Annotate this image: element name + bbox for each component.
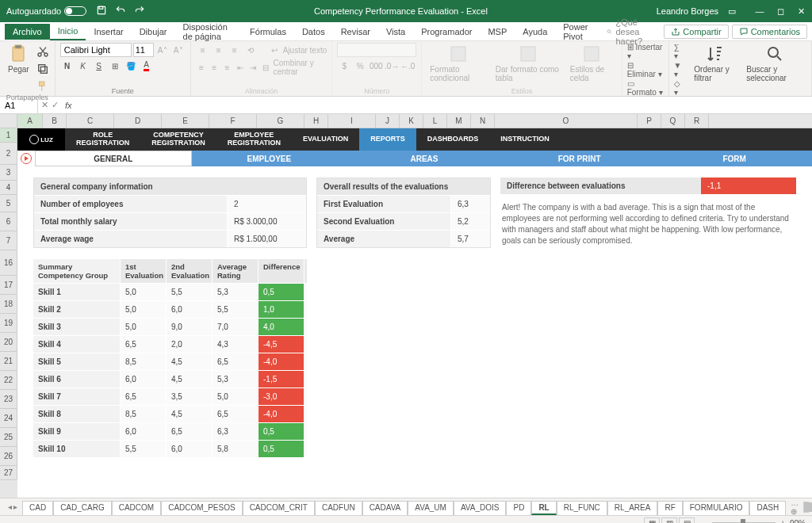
- row-header[interactable]: 18: [0, 295, 17, 314]
- zoom-out-button[interactable]: −: [703, 519, 707, 523]
- decrease-font-icon[interactable]: A˅: [171, 43, 186, 57]
- row-header[interactable]: 25: [0, 428, 17, 447]
- font-name-select[interactable]: [60, 43, 132, 57]
- column-header[interactable]: R: [685, 114, 709, 128]
- tab-view[interactable]: Vista: [378, 24, 413, 40]
- column-header[interactable]: Q: [661, 114, 685, 128]
- sort-filter-button[interactable]: Ordenar y filtrar: [691, 43, 740, 84]
- name-box[interactable]: A1: [0, 97, 38, 113]
- sheet-tab[interactable]: RF: [657, 501, 682, 515]
- tab-powerpivot[interactable]: Power Pivot: [555, 19, 599, 44]
- tab-developer[interactable]: Programador: [413, 24, 480, 40]
- dash-nav-tab[interactable]: REPORTS: [359, 128, 416, 151]
- column-header[interactable]: K: [400, 114, 423, 128]
- dash-nav-tab[interactable]: DASHBOARDS: [416, 128, 490, 151]
- merge-icon[interactable]: ⊟: [260, 60, 271, 74]
- row-header[interactable]: 21: [0, 352, 17, 371]
- dash-nav-tab[interactable]: ROLEREGISTRATION: [65, 128, 140, 151]
- dash-nav-tab[interactable]: EVALUATION: [292, 128, 359, 151]
- sheet-tab[interactable]: DASH: [749, 501, 786, 515]
- tab-insert[interactable]: Insertar: [86, 24, 131, 40]
- comma-icon[interactable]: 000: [369, 59, 383, 73]
- page-break-view-icon[interactable]: ▤: [679, 517, 695, 524]
- scroll-tabs-left-icon[interactable]: ◂: [8, 502, 12, 511]
- comments-button[interactable]: Comentarios: [732, 25, 807, 39]
- sheet-tab[interactable]: CAD: [22, 501, 53, 515]
- worksheet-area[interactable]: LUZ ROLEREGISTRATIONCOMPETENCYREGISTRATI…: [17, 128, 812, 498]
- sheet-tab[interactable]: RL: [531, 501, 556, 515]
- row-header[interactable]: 22: [0, 371, 17, 390]
- formula-input[interactable]: [75, 97, 812, 113]
- wrap-text-icon[interactable]: ↩: [267, 43, 282, 57]
- play-button[interactable]: [17, 151, 35, 166]
- share-button[interactable]: Compartir: [664, 25, 728, 39]
- column-header[interactable]: I: [328, 114, 376, 128]
- sheet-tab[interactable]: CADCOM: [112, 501, 161, 515]
- save-icon[interactable]: [96, 5, 107, 17]
- align-top-icon[interactable]: ≡: [196, 43, 210, 57]
- undo-icon[interactable]: [115, 5, 126, 17]
- redo-icon[interactable]: [134, 5, 145, 17]
- percent-icon[interactable]: %: [353, 59, 367, 73]
- fx-icon[interactable]: fx: [62, 101, 75, 110]
- zoom-level[interactable]: 90%: [790, 519, 806, 523]
- enter-formula-icon[interactable]: ✓: [52, 100, 59, 110]
- sheet-tab[interactable]: PD: [506, 501, 531, 515]
- row-header[interactable]: 24: [0, 409, 17, 428]
- sheet-tab[interactable]: RL_AREA: [607, 501, 658, 515]
- maximize-button[interactable]: ◻: [776, 6, 785, 17]
- sheet-tab[interactable]: CADFUN: [315, 501, 362, 515]
- indent-decrease-icon[interactable]: ⇤: [235, 60, 246, 74]
- row-header[interactable]: 16: [0, 250, 17, 276]
- minimize-button[interactable]: —: [755, 6, 764, 17]
- dash-subnav-tab[interactable]: AREAS: [347, 151, 502, 166]
- scroll-tabs-right-icon[interactable]: ▸: [13, 502, 17, 511]
- align-right-icon[interactable]: ≡: [221, 60, 232, 74]
- sheet-tab[interactable]: CADAVA: [362, 501, 408, 515]
- column-header[interactable]: C: [67, 114, 114, 128]
- format-as-table-button[interactable]: Dar formato como tabla: [492, 43, 564, 84]
- currency-icon[interactable]: $: [337, 59, 351, 73]
- column-header[interactable]: J: [376, 114, 400, 128]
- row-header[interactable]: 23: [0, 390, 17, 409]
- row-header[interactable]: 7: [0, 231, 17, 250]
- tab-msp[interactable]: MSP: [480, 24, 515, 40]
- find-select-button[interactable]: Buscar y seleccionar: [743, 43, 806, 84]
- sheet-tab[interactable]: FORMULARIO: [683, 501, 750, 515]
- cut-icon[interactable]: [36, 44, 50, 59]
- row-header[interactable]: 4: [0, 181, 17, 195]
- underline-icon[interactable]: S: [92, 59, 106, 73]
- column-header[interactable]: E: [162, 114, 209, 128]
- format-painter-icon[interactable]: [36, 79, 50, 94]
- tab-help[interactable]: Ayuda: [515, 24, 555, 40]
- tab-home[interactable]: Inicio: [50, 23, 86, 40]
- copy-icon[interactable]: [36, 62, 50, 76]
- row-header[interactable]: 19: [0, 314, 17, 333]
- format-cells-button[interactable]: ▭ Formato ▾: [627, 79, 664, 97]
- sheet-tab[interactable]: AVA_UM: [408, 501, 454, 515]
- sheet-tab[interactable]: RL_FUNC: [557, 501, 607, 515]
- clear-icon[interactable]: ◇ ▾: [674, 79, 685, 97]
- sheet-tab[interactable]: CADCOM_PESOS: [161, 501, 242, 515]
- page-layout-view-icon[interactable]: ▥: [661, 517, 677, 524]
- cell-styles-button[interactable]: Estilos de celda: [567, 43, 617, 84]
- column-header[interactable]: G: [257, 114, 304, 128]
- column-header[interactable]: A: [17, 114, 43, 128]
- column-header[interactable]: D: [114, 114, 162, 128]
- row-header[interactable]: 20: [0, 333, 17, 352]
- column-header[interactable]: L: [423, 114, 447, 128]
- sheet-tab[interactable]: CAD_CARG: [53, 501, 112, 515]
- paste-button[interactable]: Pegar: [5, 43, 33, 75]
- align-center-icon[interactable]: ≡: [209, 60, 220, 74]
- sheet-tab[interactable]: AVA_DOIS: [454, 501, 507, 515]
- bold-icon[interactable]: N: [60, 59, 75, 73]
- decrease-decimal-icon[interactable]: ←.0: [400, 59, 415, 73]
- align-bottom-icon[interactable]: ≡: [228, 43, 242, 57]
- align-left-icon[interactable]: ≡: [196, 60, 207, 74]
- column-header[interactable]: H: [304, 114, 328, 128]
- align-middle-icon[interactable]: ≡: [212, 43, 226, 57]
- tab-review[interactable]: Revisar: [333, 24, 378, 40]
- user-name[interactable]: Leandro Borges: [657, 6, 718, 16]
- increase-decimal-icon[interactable]: .0→: [385, 59, 399, 73]
- italic-icon[interactable]: K: [76, 59, 90, 73]
